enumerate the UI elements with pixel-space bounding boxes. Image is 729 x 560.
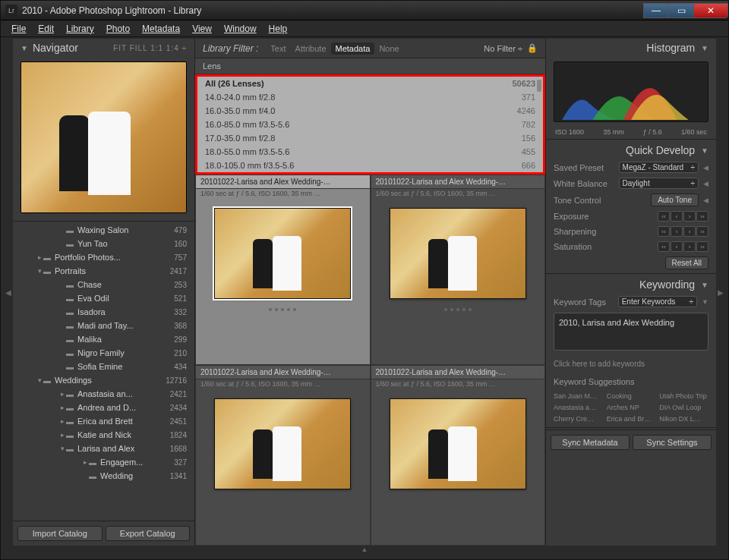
thumbnail-grid[interactable]: 20101022-Larisa and Alex Wedding-… 1/60 … (195, 175, 545, 546)
metadata-column-header[interactable]: Lens (195, 58, 545, 74)
menu-view[interactable]: View (188, 22, 216, 36)
saved-preset-select[interactable]: MegaZ - Standard÷ (619, 162, 699, 173)
lens-filter-row[interactable]: All (26 Lenses)50623 (197, 77, 543, 90)
keyword-suggestion[interactable]: Cooking (605, 391, 658, 401)
sharpening-stepper[interactable]: ‹‹‹››› (658, 226, 708, 237)
keyword-suggestion[interactable]: Utah Photo Trip (658, 391, 710, 401)
keyword-suggestion[interactable]: Anastasia a… (552, 402, 604, 413)
navigator-zoom-options[interactable]: FIT FILL 1:1 1:4 ÷ (113, 44, 187, 52)
sync-settings-button[interactable]: Sync Settings (633, 435, 712, 450)
white-balance-select[interactable]: Daylight÷ (619, 178, 699, 189)
folder-row[interactable]: ▸▬Katie and Nick1824 (13, 428, 194, 442)
folder-row[interactable]: ▬Chase253 (13, 278, 194, 291)
export-catalog-button[interactable]: Export Catalog (106, 526, 191, 541)
navigator-preview[interactable] (21, 61, 187, 213)
filter-tab-metadata[interactable]: Metadata (331, 42, 375, 55)
reset-all-button[interactable]: Reset All (665, 256, 708, 269)
cell-thumbnail[interactable] (390, 398, 526, 489)
qd-disclosure-icon[interactable]: ▼ (702, 298, 708, 306)
filter-tab-text[interactable]: Text (266, 42, 290, 55)
keyword-suggestion[interactable]: Cherry Cre… (552, 414, 604, 424)
filter-tab-none[interactable]: None (374, 42, 403, 55)
menu-photo[interactable]: Photo (102, 22, 134, 36)
folder-row[interactable]: ▬Sofia Emine434 (13, 360, 194, 373)
saturation-stepper[interactable]: ‹‹‹››› (658, 241, 708, 252)
keyword-textarea[interactable]: 2010, Larisa and Alex Wedding (554, 313, 708, 351)
quick-develop-header[interactable]: Quick Develop ▼ (546, 141, 716, 159)
keywording-header[interactable]: Keywording ▼ (546, 275, 716, 294)
keyword-suggestion[interactable]: Nikon DX L… (658, 414, 710, 424)
grid-cell[interactable]: 20101022-Larisa and Alex Wedding-… 1/60 … (195, 365, 371, 546)
window-title: 2010 - Adobe Photoshop Lightroom - Libra… (22, 5, 201, 16)
folder-row[interactable]: ▸▬Portfolio Photos...757 (13, 250, 194, 264)
folder-row[interactable]: ▬Madi and Tay...368 (13, 319, 194, 332)
grid-cell[interactable]: 20101022-Larisa and Alex Wedding-… 1/60 … (371, 175, 546, 365)
sync-metadata-button[interactable]: Sync Metadata (551, 435, 630, 450)
folder-row[interactable]: ▬Eva Odil521 (13, 291, 194, 305)
lens-filter-row[interactable]: 18.0-105.0 mm f/3.5-5.6666 (197, 159, 543, 172)
cell-metadata: 1/60 sec at ƒ / 5.6, ISO 1600, 35 mm … (371, 379, 545, 391)
keyword-suggestion[interactable]: Erica and Br… (605, 414, 658, 424)
qd-disclosure-icon[interactable]: ◀ (703, 197, 708, 204)
right-edge-handle[interactable]: ▶ (716, 39, 725, 546)
titlebar[interactable]: Lr 2010 - Adobe Photoshop Lightroom - Li… (1, 1, 728, 20)
keyword-suggestion[interactable]: Arches NP (605, 402, 658, 413)
menu-library[interactable]: Library (62, 22, 99, 36)
left-edge-handle[interactable]: ◀ (4, 39, 13, 546)
lens-filter-list[interactable]: All (26 Lenses)5062314.0-24.0 mm f/2.837… (195, 74, 545, 175)
folder-row[interactable]: ▸▬Andrea and D...2434 (13, 401, 194, 414)
filter-tab-attribute[interactable]: Attribute (291, 42, 331, 55)
qd-disclosure-icon[interactable]: ◀ (703, 180, 708, 187)
keyword-suggestion[interactable]: DIA Owl Loop (658, 402, 710, 413)
grid-cell[interactable]: 20101022-Larisa and Alex Wedding-… 1/60 … (371, 365, 546, 546)
keyword-tags-mode-select[interactable]: Enter Keywords÷ (618, 296, 697, 307)
grid-cell[interactable]: 20101022-Larisa and Alex Wedding-… 1/60 … (195, 175, 371, 365)
histogram-header[interactable]: Histogram ▼ (546, 39, 716, 57)
scrollbar-thumb[interactable] (537, 80, 541, 92)
folder-row[interactable]: ▸▬Erica and Brett2451 (13, 414, 194, 428)
cell-thumbnail[interactable] (390, 208, 526, 299)
bottom-edge-handle[interactable]: ▲ (4, 546, 725, 556)
filter-lock-icon[interactable]: 🔒 (527, 43, 538, 53)
lens-filter-row[interactable]: 16.0-35.0 mm f/4.04246 (197, 104, 543, 118)
cell-thumbnail[interactable] (214, 208, 351, 299)
cell-thumbnail[interactable] (214, 398, 351, 489)
folder-row[interactable]: ▬Waxing Salon479 (13, 223, 194, 237)
folder-row[interactable]: ▾▬Weddings12716 (13, 373, 194, 387)
left-panel: ▼ Navigator FIT FILL 1:1 1:4 ÷ ▬Waxing S… (13, 39, 195, 546)
exposure-stepper[interactable]: ‹‹‹››› (658, 211, 708, 222)
window-minimize-button[interactable]: ― (643, 3, 669, 18)
library-filter-bar: Library Filter : TextAttributeMetadataNo… (195, 39, 545, 58)
folder-row[interactable]: ▬Malika299 (13, 332, 194, 346)
folder-tree[interactable]: ▬Waxing Salon479▬Yun Tao160▸▬Portfolio P… (13, 222, 194, 521)
navigator-header[interactable]: ▼ Navigator FIT FILL 1:1 1:4 ÷ (13, 39, 194, 57)
menu-metadata[interactable]: Metadata (137, 22, 185, 36)
lens-filter-row[interactable]: 18.0-55.0 mm f/3.5-5.6455 (197, 145, 543, 159)
menu-edit[interactable]: Edit (33, 22, 58, 36)
folder-row[interactable]: ▬Nigro Family210 (13, 346, 194, 360)
folder-row[interactable]: ▬Isadora332 (13, 305, 194, 319)
keyword-suggestion[interactable]: San Juan M… (552, 391, 604, 401)
histogram-chart[interactable] (554, 61, 708, 122)
filter-preset-dropdown[interactable]: No Filter ÷ (484, 44, 522, 53)
folder-row[interactable]: ▸▬Engagem...327 (13, 455, 194, 469)
lens-filter-row[interactable]: 16.0-85.0 mm f/3.5-5.6782 (197, 118, 543, 131)
keyword-add-hint[interactable]: Click here to add keywords (554, 357, 708, 371)
folder-row[interactable]: ▾▬Larisa and Alex1668 (13, 442, 194, 455)
import-catalog-button[interactable]: Import Catalog (17, 526, 103, 541)
menu-window[interactable]: Window (219, 22, 261, 36)
qd-disclosure-icon[interactable]: ◀ (703, 164, 708, 171)
lens-filter-row[interactable]: 14.0-24.0 mm f/2.8371 (197, 90, 543, 104)
auto-tone-button[interactable]: Auto Tone (651, 193, 699, 206)
folder-row[interactable]: ▬Yun Tao160 (13, 237, 194, 250)
window-maximize-button[interactable]: ▭ (668, 3, 694, 18)
window-close-button[interactable]: ✕ (693, 3, 728, 18)
menu-file[interactable]: File (7, 22, 30, 36)
folder-row[interactable]: ▾▬Portraits2417 (13, 264, 194, 278)
folder-row[interactable]: ▬Wedding1341 (13, 469, 194, 483)
cell-title: 20101022-Larisa and Alex Wedding-… (371, 175, 545, 189)
folder-row[interactable]: ▸▬Anastasia an...2421 (13, 387, 194, 401)
exposure-label: Exposure (554, 212, 653, 221)
menu-help[interactable]: Help (264, 22, 292, 36)
lens-filter-row[interactable]: 17.0-35.0 mm f/2.8156 (197, 131, 543, 145)
